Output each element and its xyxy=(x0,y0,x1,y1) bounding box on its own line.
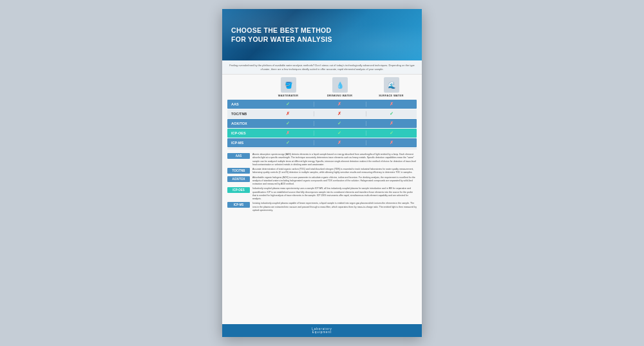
cell-aas-sw: ✗ xyxy=(366,102,417,107)
cell-icpoes-dw: ✓ xyxy=(314,131,365,136)
category-drinking: 💧 DRINKING WATER xyxy=(314,77,365,97)
cell-aox-dw: ✓ xyxy=(314,121,365,126)
desc-text-icpms: Ionizing inductively-coupled plasma capa… xyxy=(252,202,417,212)
row-cells-aox: ✓ ✓ ✗ xyxy=(263,121,417,126)
category-surface: 🌊 SURFACE WATER xyxy=(366,77,417,97)
table-row-aas: AAS ✓ ✗ ✗ xyxy=(227,100,417,109)
drinking-icon: 💧 xyxy=(332,77,348,93)
poster-title: CHOOSE THE BEST METHOD FOR YOUR WATER AN… xyxy=(231,26,413,44)
table-row-toc: TOC/TNB ✗ ✗ ✓ xyxy=(227,109,417,118)
desc-sections: AAS Atomic absorption spectroscopy (AAS)… xyxy=(222,150,422,324)
desc-label-aox: AOX/TOX xyxy=(227,176,250,182)
surface-label: SURFACE WATER xyxy=(379,94,403,97)
desc-text-icpoes: Inductively coupled plasma mass spectrom… xyxy=(252,187,417,201)
row-cells-aas: ✓ ✗ ✗ xyxy=(263,102,417,107)
method-label-icpoes: ICP-OES xyxy=(227,131,263,135)
cell-icpms-ww: ✓ xyxy=(263,140,313,145)
cell-icpms-sw: ✗ xyxy=(366,140,417,145)
table-categories: 🪣 WASTEWATER 💧 DRINKING WATER 🌊 SURFACE … xyxy=(263,77,417,97)
cell-toc-dw: ✗ xyxy=(314,111,365,116)
method-label-aas: AAS xyxy=(227,102,263,106)
data-rows: AAS ✓ ✗ ✗ TOC/TNB ✗ ✗ ✓ xyxy=(222,100,422,147)
poster-header: CHOOSE THE BEST METHOD FOR YOUR WATER AN… xyxy=(222,9,422,60)
logo-sub: Equipment xyxy=(312,331,332,334)
cell-icpoes-sw: ✓ xyxy=(366,131,417,136)
method-col-spacer xyxy=(227,77,263,97)
poster-body: Feeling overwhelmed by the plethora of a… xyxy=(222,60,422,324)
table-category-row: 🪣 WASTEWATER 💧 DRINKING WATER 🌊 SURFACE … xyxy=(227,77,417,97)
desc-item-icpoes: ICP-OES Inductively coupled plasma mass … xyxy=(227,187,417,201)
poster-container: CHOOSE THE BEST METHOD FOR YOUR WATER AN… xyxy=(222,9,422,337)
cell-icpoes-ww: ✗ xyxy=(263,131,313,136)
cell-icpms-dw: ✗ xyxy=(314,140,365,145)
desc-item-aox: AOX/TOX Adsorbable organic halogens (AOX… xyxy=(227,176,417,187)
cell-aox-ww: ✓ xyxy=(263,121,313,126)
table-row-aox: AOX/TOX ✓ ✓ ✗ xyxy=(227,119,417,128)
desc-label-icpoes: ICP-OES xyxy=(227,187,250,193)
comparison-table-header: 🪣 WASTEWATER 💧 DRINKING WATER 🌊 SURFACE … xyxy=(222,75,422,100)
cell-toc-ww: ✗ xyxy=(263,111,313,116)
desc-label-toc: TOC/TNB xyxy=(227,168,250,174)
cell-aox-sw: ✗ xyxy=(366,121,417,126)
desc-item-aas: AAS Atomic absorption spectroscopy (AAS)… xyxy=(227,153,417,167)
poster-footer: Laboratory Equipment xyxy=(222,324,422,337)
subtitle-text: Feeling overwhelmed by the plethora of a… xyxy=(229,64,415,71)
cell-aas-dw: ✗ xyxy=(314,102,365,107)
desc-label-icpms: ICP-MS xyxy=(227,202,250,208)
wastewater-icon: 🪣 xyxy=(281,77,296,93)
category-wastewater: 🪣 WASTEWATER xyxy=(263,77,314,97)
desc-text-aox: Adsorbable organic halogens (AOX) is a s… xyxy=(252,176,417,187)
subtitle-section: Feeling overwhelmed by the plethora of a… xyxy=(222,60,422,75)
row-cells-icpms: ✓ ✗ ✗ xyxy=(263,140,417,145)
drinking-label: DRINKING WATER xyxy=(327,94,352,97)
table-divider xyxy=(227,149,417,149)
table-row-icpoes: ICP-OES ✗ ✓ ✓ xyxy=(227,129,417,138)
row-cells-icpoes: ✗ ✓ ✓ xyxy=(263,131,417,136)
desc-item-icpms: ICP-MS Ionizing inductively-coupled plas… xyxy=(227,202,417,212)
desc-text-aas: Atomic absorption spectroscopy (AAS) det… xyxy=(252,153,417,167)
cell-toc-sw: ✓ xyxy=(366,111,417,116)
surface-icon: 🌊 xyxy=(384,77,399,93)
page-background: CHOOSE THE BEST METHOD FOR YOUR WATER AN… xyxy=(0,0,644,346)
method-label-icpms: ICP-MS xyxy=(227,141,263,145)
row-cells-toc: ✗ ✗ ✓ xyxy=(263,111,417,116)
table-row-icpms: ICP-MS ✓ ✗ ✗ xyxy=(227,138,417,147)
method-label-aox: AOX/TOX xyxy=(227,122,263,125)
desc-item-toc: TOC/TNB Accurate determination of total … xyxy=(227,168,417,175)
footer-logo: Laboratory Equipment xyxy=(312,327,332,334)
desc-label-aas: AAS xyxy=(227,153,250,159)
method-label-toc: TOC/TNB xyxy=(227,112,263,116)
desc-text-toc: Accurate determination of total organic … xyxy=(252,168,417,175)
cell-aas-ww: ✓ xyxy=(263,102,313,107)
wastewater-label: WASTEWATER xyxy=(278,94,298,97)
